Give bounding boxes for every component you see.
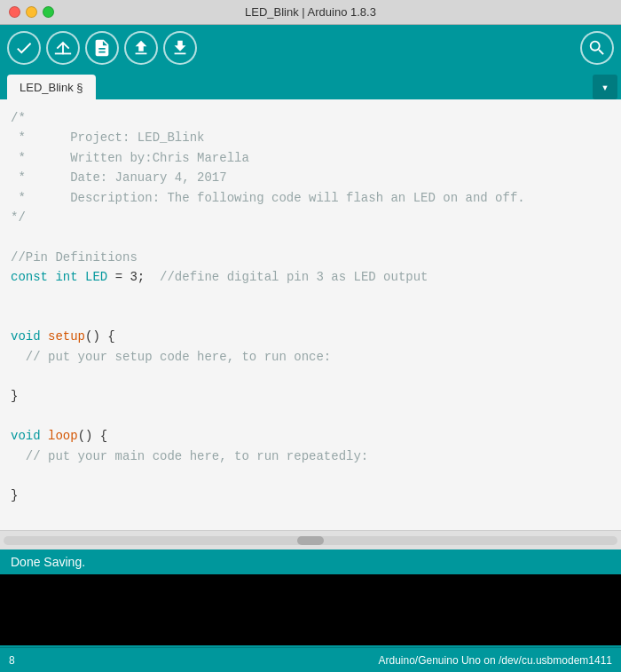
code-line <box>11 466 610 486</box>
open-button[interactable] <box>124 31 158 65</box>
scrollbar-track <box>4 536 617 545</box>
code-line <box>11 307 610 327</box>
console-panel: Done Saving. <box>0 549 621 647</box>
code-line: } <box>11 486 610 505</box>
line-number: 8 <box>9 654 15 667</box>
code-line: // put your setup code here, to run once… <box>11 347 610 367</box>
horizontal-scrollbar[interactable] <box>0 530 621 549</box>
active-tab[interactable]: LED_Blink § <box>7 75 96 99</box>
window-title: LED_Blink | Arduino 1.8.3 <box>245 5 376 19</box>
toolbar <box>0 25 621 71</box>
code-line <box>11 367 610 386</box>
code-line: // put your main code here, to run repea… <box>11 447 610 466</box>
new-button[interactable] <box>85 31 119 65</box>
minimize-button[interactable] <box>26 6 37 18</box>
window-controls <box>9 6 54 18</box>
code-line: * Project: LED_Blink <box>11 128 610 147</box>
maximize-button[interactable] <box>43 6 54 18</box>
verify-button[interactable] <box>7 31 41 65</box>
code-line: void setup() { <box>11 327 610 346</box>
code-line: void loop() { <box>11 426 610 446</box>
toolbar-left <box>7 31 197 65</box>
dropdown-icon: ▾ <box>601 80 609 95</box>
code-line: * Date: January 4, 2017 <box>11 168 610 187</box>
editor-container: /* * Project: LED_Blink * Written by:Chr… <box>0 99 621 530</box>
code-line: */ <box>11 208 610 227</box>
code-line: * Written by:Chris Marella <box>11 148 610 168</box>
tab-label: LED_Blink § <box>20 81 83 94</box>
code-line: } <box>11 386 610 406</box>
scrollbar-thumb[interactable] <box>297 536 324 545</box>
code-line: //Pin Definitions <box>11 248 610 267</box>
save-button[interactable] <box>163 31 197 65</box>
status-bar: 8 Arduino/Genuino Uno on /dev/cu.usbmode… <box>0 647 621 672</box>
code-line: const int LED = 3; //define digital pin … <box>11 267 610 287</box>
tab-dropdown-button[interactable]: ▾ <box>593 75 617 99</box>
code-line: * Description: The following code will f… <box>11 188 610 208</box>
code-line <box>11 288 610 307</box>
code-editor[interactable]: /* * Project: LED_Blink * Written by:Chr… <box>0 99 621 530</box>
console-body <box>0 574 621 645</box>
board-info: Arduino/Genuino Uno on /dev/cu.usbmodem1… <box>378 654 612 667</box>
tabs-bar-inner: LED_Blink § ▾ <box>7 71 621 99</box>
title-bar: LED_Blink | Arduino 1.8.3 <box>0 0 621 25</box>
search-button[interactable] <box>580 31 614 65</box>
code-line <box>11 407 610 426</box>
upload-button[interactable] <box>46 31 80 65</box>
code-line: /* <box>11 108 610 128</box>
console-status-message: Done Saving. <box>0 549 621 574</box>
close-button[interactable] <box>9 6 20 18</box>
tabs-bar: LED_Blink § ▾ <box>0 71 621 99</box>
code-line <box>11 227 610 247</box>
